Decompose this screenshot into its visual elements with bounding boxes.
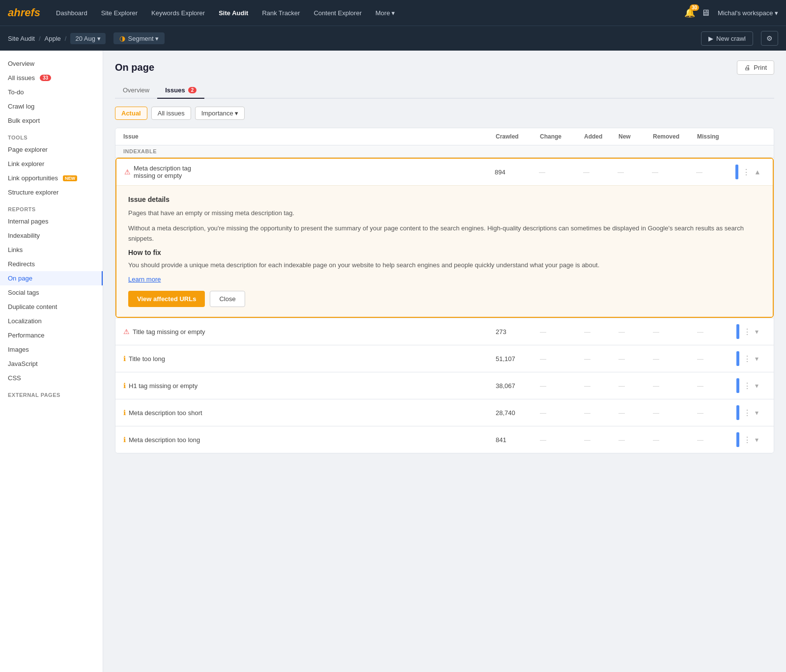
sidebar-bulk-export-label: Bulk export	[8, 117, 40, 124]
chevron-down-icon-1[interactable]: ▾	[755, 355, 758, 363]
warning-icon-3: ℹ	[123, 409, 126, 417]
sidebar-item-link-opportunities[interactable]: Link opportunities NEW	[0, 171, 103, 185]
workspace-menu[interactable]: Michal's workspace ▾	[718, 9, 778, 17]
kebab-2[interactable]: ⋮	[743, 381, 751, 391]
section-indexable: INDEXABLE	[115, 145, 774, 158]
chevron-down-icon-2[interactable]: ▾	[755, 382, 758, 390]
sidebar-javascript-label: JavaScript	[8, 360, 38, 367]
progress-bar-2	[736, 378, 739, 393]
row-name-3: Meta description too short	[129, 409, 202, 417]
col-issue: Issue	[123, 133, 496, 140]
chevron-up-icon[interactable]: ▲	[754, 168, 761, 176]
row-removed-2: —	[653, 382, 697, 390]
settings-button[interactable]: ⚙	[761, 31, 778, 46]
view-affected-urls-button[interactable]: View affected URLs	[128, 291, 205, 307]
row-missing-1: —	[697, 355, 736, 363]
kebab-1[interactable]: ⋮	[743, 354, 751, 364]
kebab-0[interactable]: ⋮	[743, 327, 751, 336]
error-icon: ⚠	[124, 168, 131, 176]
print-icon: 🖨	[744, 64, 751, 71]
sidebar-on-page-label: On page	[8, 275, 32, 282]
sidebar-internal-pages-label: Internal pages	[8, 218, 48, 225]
col-removed: Removed	[653, 133, 697, 140]
nav-site-audit[interactable]: Site Audit	[213, 6, 254, 20]
sidebar-item-internal-pages[interactable]: Internal pages	[0, 214, 103, 228]
row-removed-4: —	[653, 436, 697, 444]
chevron-down-icon-4[interactable]: ▾	[755, 436, 758, 444]
filter-actual-button[interactable]: Actual	[115, 107, 147, 120]
segment-button[interactable]: ◑ Segment ▾	[113, 32, 165, 44]
sidebar-item-duplicate-content[interactable]: Duplicate content	[0, 300, 103, 314]
sidebar-item-crawl-log[interactable]: Crawl log	[0, 99, 103, 113]
expanded-removed: —	[652, 168, 696, 176]
tab-issues[interactable]: Issues 2	[157, 83, 204, 99]
sidebar-item-page-explorer[interactable]: Page explorer	[0, 142, 103, 157]
link-opportunities-badge: NEW	[63, 175, 77, 181]
tab-overview[interactable]: Overview	[115, 83, 157, 99]
sidebar-item-links[interactable]: Links	[0, 243, 103, 257]
table-row[interactable]: ℹ H1 tag missing or empty 38,067 — — — —…	[115, 372, 774, 399]
sidebar-item-javascript[interactable]: JavaScript	[0, 357, 103, 371]
date-picker-button[interactable]: 20 Aug ▾	[70, 33, 105, 44]
chevron-down-icon-3[interactable]: ▾	[755, 409, 758, 417]
close-button[interactable]: Close	[210, 291, 245, 307]
filter-all-issues-button[interactable]: All issues	[151, 107, 191, 120]
sidebar-item-overview[interactable]: Overview	[0, 56, 103, 71]
row-crawled-2: 38,067	[496, 382, 540, 390]
filter-importance-button[interactable]: Importance ▾	[195, 107, 245, 120]
nav-keywords-explorer[interactable]: Keywords Explorer	[145, 6, 211, 20]
sidebar-structure-explorer-label: Structure explorer	[8, 189, 58, 196]
sidebar-item-social-tags[interactable]: Social tags	[0, 285, 103, 300]
sidebar-item-performance[interactable]: Performance	[0, 328, 103, 342]
sidebar-item-structure-explorer[interactable]: Structure explorer	[0, 185, 103, 199]
progress-bar-4	[736, 432, 739, 447]
issue-details-title: Issue details	[128, 196, 761, 203]
warning-icon-2: ℹ	[123, 382, 126, 390]
breadcrumb-apple[interactable]: Apple	[45, 35, 61, 42]
nav-dashboard[interactable]: Dashboard	[50, 6, 93, 20]
nav-rank-tracker[interactable]: Rank Tracker	[256, 6, 306, 20]
nav-content-explorer[interactable]: Content Explorer	[308, 6, 368, 20]
sidebar-item-css[interactable]: CSS	[0, 371, 103, 385]
sidebar-item-link-explorer[interactable]: Link explorer	[0, 157, 103, 171]
col-crawled: Crawled	[496, 133, 540, 140]
table-row[interactable]: ⚠ Title tag missing or empty 273 — — — —…	[115, 318, 774, 345]
row-added-4: —	[584, 436, 618, 444]
kebab-4[interactable]: ⋮	[743, 435, 751, 445]
nav-more[interactable]: More ▾	[369, 6, 401, 20]
col-actions	[736, 133, 766, 140]
learn-more-link[interactable]: Learn more	[128, 276, 761, 283]
breadcrumb-site-audit: Site Audit	[8, 35, 35, 42]
row-added-2: —	[584, 382, 618, 390]
chevron-down-icon-0[interactable]: ▾	[755, 328, 758, 336]
expanded-issue-header[interactable]: ⚠ Meta description tag missing or empty …	[116, 159, 773, 185]
notification-bell[interactable]: 🔔 30	[684, 7, 695, 18]
sidebar-item-images[interactable]: Images	[0, 342, 103, 357]
sidebar-item-all-issues[interactable]: All issues 33	[0, 71, 103, 85]
content-area: On page 🖨 Print Overview Issues 2 Actual…	[103, 51, 786, 672]
sidebar-todo-label: To-do	[8, 88, 24, 96]
expanded-new: —	[618, 168, 652, 176]
monitor-icon[interactable]: 🖥	[701, 8, 710, 18]
row-missing-0: —	[697, 328, 736, 336]
sidebar-item-todo[interactable]: To-do	[0, 85, 103, 99]
sidebar-item-bulk-export[interactable]: Bulk export	[0, 113, 103, 128]
col-missing: Missing	[697, 133, 736, 140]
sidebar-item-indexability[interactable]: Indexability	[0, 228, 103, 243]
row-missing-2: —	[697, 382, 736, 390]
progress-bar-0	[736, 324, 739, 339]
sidebar-item-on-page[interactable]: On page	[0, 271, 103, 285]
new-crawl-button[interactable]: ▶ New crawl	[701, 31, 753, 46]
how-to-fix-title: How to fix	[128, 249, 761, 256]
sidebar-item-redirects[interactable]: Redirects	[0, 257, 103, 271]
sidebar-images-label: Images	[8, 346, 29, 353]
table-row[interactable]: ℹ Title too long 51,107 — — — — — ⋮ ▾	[115, 345, 774, 372]
sidebar-item-localization[interactable]: Localization	[0, 314, 103, 328]
table-row[interactable]: ℹ Meta description too short 28,740 — — …	[115, 399, 774, 426]
kebab-3[interactable]: ⋮	[743, 408, 751, 418]
kebab-menu-expanded[interactable]: ⋮	[742, 168, 750, 177]
nav-site-explorer[interactable]: Site Explorer	[95, 6, 143, 20]
table-row[interactable]: ℹ Meta description too long 841 — — — — …	[115, 426, 774, 453]
row-name-cell-2: ℹ H1 tag missing or empty	[123, 382, 496, 390]
print-button[interactable]: 🖨 Print	[737, 60, 774, 75]
